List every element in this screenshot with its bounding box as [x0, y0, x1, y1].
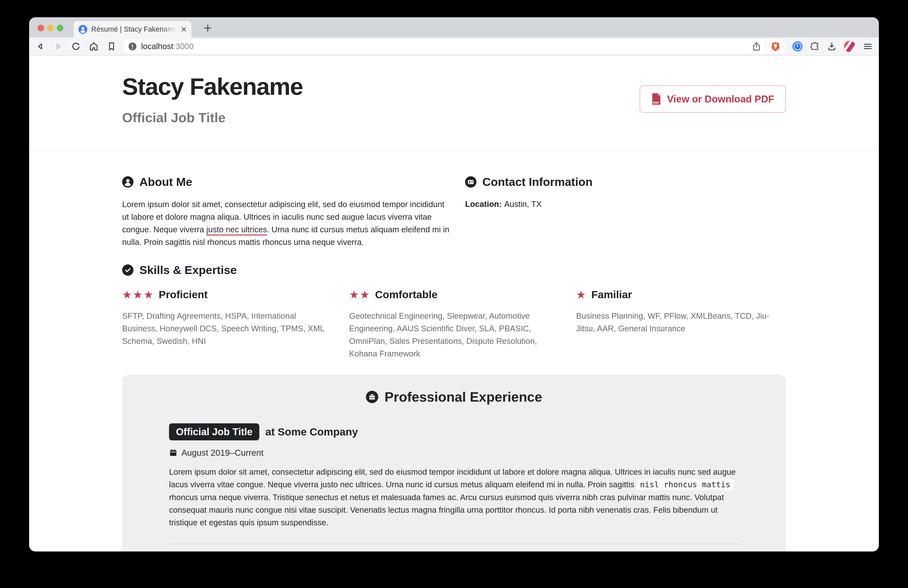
- home-button[interactable]: [89, 41, 99, 52]
- page-content: Stacy Fakename Official Job Title PDF Vi…: [29, 56, 879, 551]
- url-host: localhost: [141, 42, 173, 51]
- three-stars-icon: ★★★: [122, 289, 154, 300]
- skill-level-items: Business Planning, WF, PFlow, XMLBeans, …: [576, 309, 786, 335]
- check-circle-icon: [122, 264, 134, 276]
- about-section: About Me Lorem ipsum dolor sit amet, con…: [122, 175, 465, 248]
- tab-favicon-person-icon: [79, 25, 87, 34]
- job-description: Lorem ipsum dolor sit amet, consectetur …: [169, 466, 739, 529]
- contact-heading: Contact Information: [482, 175, 592, 188]
- skill-level-label: Comfortable: [375, 288, 438, 301]
- job-date-range: August 2019–Current: [181, 448, 264, 458]
- tab-close-icon[interactable]: [180, 25, 188, 34]
- about-inline-link[interactable]: justo nec ultrices: [206, 225, 267, 234]
- skill-level-comfortable: ★★ Comfortable Geotechnical Engineering,…: [349, 288, 559, 360]
- profile-avatar[interactable]: [844, 40, 856, 52]
- about-paragraph: Lorem ipsum dolor sit amet, consectetur …: [122, 198, 450, 248]
- url-text: localhost:3000: [141, 42, 194, 51]
- pdf-file-icon: PDF: [651, 93, 662, 105]
- onepassword-icon[interactable]: [792, 41, 803, 52]
- skill-level-label: Familiar: [591, 288, 632, 301]
- new-tab-button[interactable]: [202, 23, 213, 34]
- contact-section: Contact Information Location:Austin, TX: [465, 175, 786, 248]
- skill-level-familiar: ★ Familiar Business Planning, WF, PFlow,…: [576, 288, 786, 360]
- back-button[interactable]: [35, 41, 46, 52]
- share-icon[interactable]: [752, 42, 761, 52]
- reload-button[interactable]: [71, 41, 81, 52]
- extensions-puzzle-icon[interactable]: [810, 42, 819, 52]
- site-info-icon[interactable]: [128, 42, 137, 51]
- url-bar-divider: [765, 42, 766, 51]
- contact-card-circle-icon: [465, 176, 477, 188]
- contact-location-line: Location:Austin, TX: [465, 200, 786, 209]
- svg-text:PDF: PDF: [653, 101, 659, 105]
- browser-window: Résumé | Stacy Fakename | Some Company: [29, 17, 879, 551]
- person-name: Stacy Fakename: [122, 73, 303, 100]
- person-job-title: Official Job Title: [122, 110, 303, 125]
- view-download-pdf-button[interactable]: PDF View or Download PDF: [639, 85, 786, 113]
- skill-level-items: SFTP, Drafting Agreements, HSPA, Interna…: [122, 309, 332, 347]
- minimize-window-button[interactable]: [47, 25, 54, 31]
- url-port: :3000: [173, 42, 194, 51]
- job-title-badge: Official Job Title: [169, 423, 259, 440]
- close-window-button[interactable]: [37, 25, 44, 31]
- downloads-icon[interactable]: [827, 41, 837, 52]
- menu-hamburger-icon[interactable]: [863, 41, 873, 52]
- tab-title: Résumé | Stacy Fakename | Some Company: [91, 25, 179, 33]
- about-heading: About Me: [139, 175, 192, 188]
- name-block: Stacy Fakename Official Job Title: [122, 73, 303, 125]
- experience-heading: Professional Experience: [385, 389, 543, 405]
- zoom-window-button[interactable]: [57, 25, 63, 31]
- skills-section: Skills & Expertise ★★★ Proficient SFTP, …: [122, 263, 786, 360]
- inline-code: nisl rhoncus mattis: [637, 479, 734, 490]
- person-circle-icon: [122, 176, 134, 188]
- experience-entry: Official Job Title at Some Company Augus…: [169, 423, 739, 544]
- traffic-lights: [37, 25, 63, 31]
- resume-header: Stacy Fakename Official Job Title PDF Vi…: [29, 56, 879, 150]
- browser-tab[interactable]: Résumé | Stacy Fakename | Some Company: [74, 21, 192, 37]
- briefcase-circle-icon: [366, 391, 378, 403]
- pdf-button-label: View or Download PDF: [667, 93, 774, 105]
- calendar-icon: [169, 448, 177, 457]
- job-description-after-code: rhoncus urna neque viverra. Tristique se…: [169, 493, 724, 527]
- skills-heading: Skills & Expertise: [139, 263, 237, 277]
- location-label: Location:: [465, 200, 502, 209]
- forward-button[interactable]: [53, 41, 64, 52]
- skill-level-items: Geotechnical Engineering, Sleepwear, Aut…: [349, 309, 559, 360]
- location-value: Austin, TX: [504, 200, 542, 209]
- job-company-suffix: at Some Company: [265, 426, 358, 438]
- brave-shield-icon[interactable]: [770, 41, 781, 52]
- browser-toolbar: localhost:3000: [29, 37, 879, 56]
- url-bar[interactable]: localhost:3000: [124, 40, 785, 53]
- experience-section: Professional Experience Official Job Tit…: [122, 375, 786, 551]
- tab-strip: Résumé | Stacy Fakename | Some Company: [29, 17, 879, 37]
- entry-divider: [169, 544, 739, 544]
- two-stars-icon: ★★: [349, 289, 370, 300]
- one-star-icon: ★: [576, 289, 587, 300]
- skill-level-proficient: ★★★ Proficient SFTP, Drafting Agreements…: [122, 288, 332, 360]
- bookmark-button[interactable]: [106, 41, 117, 52]
- skill-level-label: Proficient: [159, 288, 208, 301]
